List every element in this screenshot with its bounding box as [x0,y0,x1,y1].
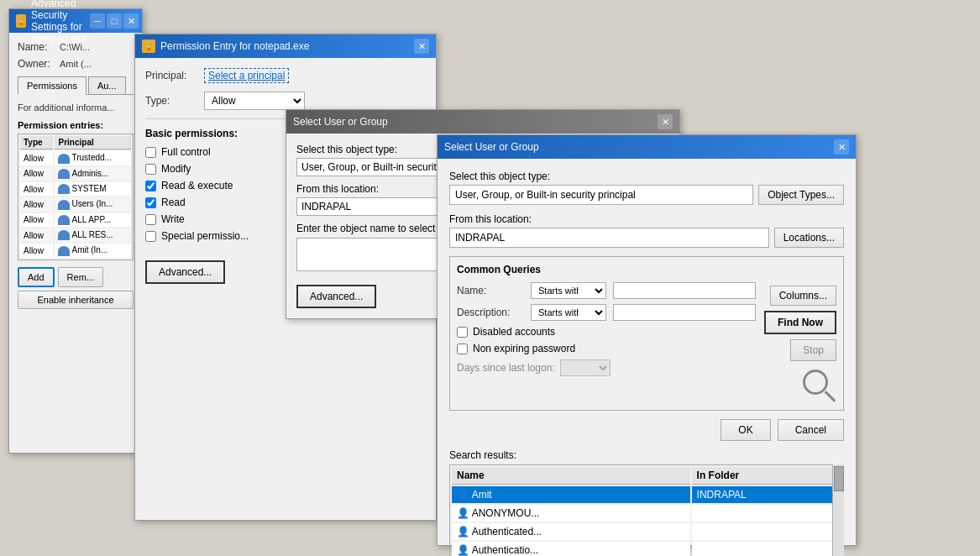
type-dropdown[interactable]: Allow Deny [204,92,305,110]
win-advanced-minimize-btn[interactable]: ─ [90,13,105,29]
tab-permissions[interactable]: Permissions [18,76,86,95]
win-permission-title-label: Permission Entry for notepad.exe [160,40,309,52]
from-location-label-main: From this location: [449,213,844,225]
cq-form-fields: Name: Starts with Is exactly Description… [457,282,756,376]
type-row: Type: Allow Deny [145,92,426,110]
result-folder [692,505,841,522]
owner-value: Amit (... [60,59,92,69]
result-row[interactable]: 👤 ANONYMOU... [452,505,841,522]
principal-cell: Trustedd... [55,151,131,165]
name-label: Name: [18,41,60,53]
scrollbar-thumb[interactable] [834,466,844,491]
result-row[interactable]: 👤 Authenticated... [452,523,841,540]
win-advanced-buttons: Add Rem... Enable inheritance [18,267,134,309]
table-row[interactable]: Allow Amit (In... [20,244,131,257]
table-row[interactable]: Allow Adminis... [20,167,131,181]
name-cq-label: Name: [457,285,524,296]
table-row[interactable]: Allow Users (In... [20,197,131,211]
win-select-small-title-label: Select User or Group [293,116,388,128]
result-name: 👤 Authenticated... [452,523,690,540]
win-select-main-title-label: Select User or Group [444,141,539,153]
type-cell: Allow [20,167,53,181]
ok-cancel-buttons: OK Cancel [449,419,844,441]
result-row[interactable]: 👤 Amit INDRAPAL [452,486,841,503]
col-folder: In Folder [692,467,841,485]
find-now-button[interactable]: Find Now [764,311,836,334]
description-cq-input[interactable] [613,304,756,321]
cq-form-area: Name: Starts with Is exactly Description… [457,282,836,403]
principal-cell: SYSTEM [55,182,131,196]
type-cell: Allow [20,182,53,196]
name-cq-dropdown[interactable]: Starts with Is exactly [531,282,606,299]
select-principal-link[interactable]: Select a principal [204,68,289,83]
type-cell: Allow [20,228,53,242]
object-type-input-row-main: Object Types... [449,185,844,205]
days-since-row: Days since last logon: [457,359,756,376]
owner-label: Owner: [18,58,60,70]
full-control-label: Full control [161,146,211,158]
days-since-dropdown[interactable] [560,359,611,376]
read-checkbox[interactable] [145,197,156,208]
type-cell: Allow [20,213,53,227]
object-types-button[interactable]: Object Types... [758,185,844,205]
locations-button[interactable]: Locations... [774,228,844,248]
win-advanced-controls: ─ □ ✕ [90,13,139,29]
cancel-button[interactable]: Cancel [778,419,844,441]
name-cq-row: Name: Starts with Is exactly [457,282,756,299]
table-row[interactable]: Allow SYSTEM [20,182,131,196]
win-select-main-title-text: Select User or Group [444,141,539,153]
non-expiring-label: Non expiring password [473,343,575,354]
name-cq-input[interactable] [613,282,756,299]
enable-inheritance-button[interactable]: Enable inheritance [18,291,134,309]
win-advanced-title-label: Advanced Security Settings for notepad.e… [31,0,90,45]
write-checkbox[interactable] [145,214,156,225]
table-row[interactable]: Allow ALL RES... [20,228,131,242]
table-row[interactable]: Allow Trustedd... [20,151,131,165]
advanced-button[interactable]: Advanced... [145,260,225,284]
non-expiring-checkbox[interactable] [457,344,468,354]
columns-button[interactable]: Columns... [770,286,836,306]
owner-field-row: Owner: Amit (... [18,58,134,70]
description-cq-row: Description: Starts with [457,304,756,321]
result-folder [692,523,841,540]
principal-cell: Amit (In... [55,244,131,257]
ok-button[interactable]: OK [721,419,770,441]
win-permission-close-btn[interactable]: ✕ [414,39,429,54]
description-cq-dropdown[interactable]: Starts with [531,304,606,321]
from-location-input-main[interactable] [449,228,769,248]
cq-action-buttons: Columns... Find Now Stop [764,286,836,403]
read-execute-checkbox[interactable] [145,181,156,191]
result-name: 👤 Authenticatio... [452,542,690,556]
name-field-row: Name: C:\Wi... [18,41,134,53]
remove-button[interactable]: Rem... [58,267,103,287]
win-select-small-title-bar: Select User or Group ✕ [286,110,679,134]
add-button[interactable]: Add [18,267,55,287]
name-value: C:\Wi... [60,42,90,52]
table-row[interactable]: Allow ALL APP... [20,213,131,227]
disabled-accounts-checkbox[interactable] [457,327,468,338]
tab-audit[interactable]: Au... [88,76,126,94]
read-label: Read [161,197,186,208]
win-select-small-close-btn[interactable]: ✕ [658,114,673,129]
win-advanced-close-btn[interactable]: ✕ [123,13,139,29]
advanced-btn-small[interactable]: Advanced... [296,285,376,308]
object-type-input-main[interactable] [449,185,753,205]
user-icon-result3: 👤 [457,526,469,538]
disabled-accounts-row: Disabled accounts [457,326,756,338]
win-select-small-controls: ✕ [658,114,673,129]
principal-label: Principal: [145,70,204,81]
result-row[interactable]: 👤 Authenticatio... [452,542,841,556]
from-location-input-row-main: Locations... [449,228,844,248]
results-scrollbar[interactable] [832,464,844,556]
special-permissions-checkbox[interactable] [145,231,156,242]
win-advanced-title-text: 🔒 Advanced Security Settings for notepad… [16,0,90,45]
read-execute-label: Read & execute [161,180,233,191]
modify-checkbox[interactable] [145,164,156,175]
win-select-main-close-btn[interactable]: ✕ [834,139,849,155]
win-advanced-icon: 🔒 [16,14,26,28]
win-advanced-maximize-btn[interactable]: □ [107,13,122,29]
result-folder [692,542,841,556]
full-control-checkbox[interactable] [145,147,156,158]
special-permissions-label: Special permissio... [161,230,249,242]
stop-button[interactable]: Stop [790,339,836,361]
